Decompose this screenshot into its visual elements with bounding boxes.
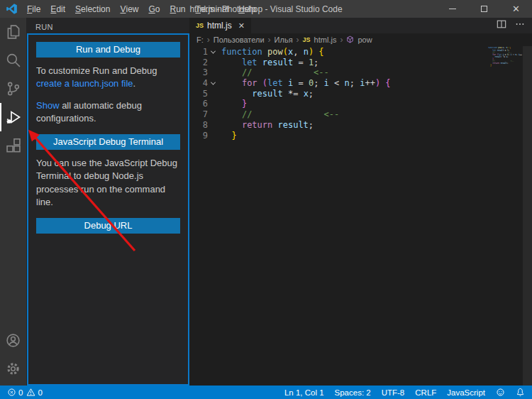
fold-spacer	[208, 131, 218, 141]
editor-scrollbar[interactable]	[523, 46, 532, 386]
line-number: 3	[189, 67, 208, 78]
window-controls: ✕	[436, 0, 532, 18]
breadcrumb-item[interactable]: Илья	[275, 35, 293, 44]
code-line[interactable]: 1function pow(x, n) {	[189, 47, 532, 58]
line-number: 4	[189, 78, 208, 89]
status-errors[interactable]: 0	[7, 388, 23, 397]
customize-text-suffix: .	[133, 78, 136, 89]
activity-source-control[interactable]	[0, 75, 26, 103]
explorer-icon	[6, 24, 21, 40]
activity-run-debug[interactable]	[0, 103, 26, 131]
code-text: }	[221, 131, 237, 141]
line-number: 2	[189, 58, 208, 68]
more-actions-icon[interactable]	[515, 19, 525, 32]
menu-edit[interactable]: Edit	[45, 0, 70, 18]
line-number: 7	[189, 109, 208, 120]
create-launch-json-link[interactable]: create a launch.json file	[36, 78, 133, 89]
breadcrumb-item[interactable]: html.js	[314, 35, 337, 44]
code-line[interactable]: 2 let result = 1;	[189, 58, 532, 68]
activity-explorer[interactable]	[0, 18, 26, 46]
line-number: 5	[189, 89, 208, 99]
bell-icon	[516, 388, 525, 397]
tab-close-icon[interactable]: ✕	[238, 21, 245, 31]
code-line[interactable]: 9 }	[189, 131, 532, 141]
fold-spacer	[208, 58, 218, 68]
activity-extensions[interactable]	[0, 131, 26, 160]
code-text: // <--	[221, 67, 329, 78]
status-bell-button[interactable]	[516, 388, 525, 397]
maximize-icon	[481, 6, 487, 12]
account-icon	[6, 333, 21, 348]
tab-label: html.js	[207, 21, 232, 31]
minimize-button[interactable]	[436, 0, 468, 18]
close-icon: ✕	[512, 4, 520, 13]
javascript-debug-terminal-button[interactable]: JavaScript Debug Terminal	[36, 134, 180, 150]
minimap[interactable]: function pow(x, n) { let result = 1; // …	[488, 47, 522, 91]
sidebar-title: RUN	[26, 18, 189, 33]
menu-run[interactable]: Run	[165, 0, 191, 18]
code-line[interactable]: 4 for (let i = 0; i < n; i++) {	[189, 78, 532, 89]
debug-url-button[interactable]: Debug URL	[36, 218, 180, 234]
menu-view[interactable]: View	[115, 0, 143, 18]
source-control-icon	[6, 81, 21, 97]
code-line[interactable]: 6 }	[189, 99, 532, 109]
extensions-icon	[6, 138, 21, 153]
status-crlf[interactable]: CRLF	[415, 388, 436, 397]
status-javascript[interactable]: JavaScript	[447, 388, 485, 397]
search-icon	[6, 53, 21, 68]
code-line[interactable]: 5 result *= x;	[189, 89, 532, 99]
run-and-debug-button[interactable]: Run and Debug	[36, 42, 180, 58]
menu-selection[interactable]: Selection	[70, 0, 115, 18]
breadcrumb-item[interactable]: Пользователи	[214, 35, 265, 44]
editor-actions	[497, 18, 532, 33]
status-utf-8[interactable]: UTF-8	[382, 388, 405, 397]
code-editor[interactable]: 1function pow(x, n) {2 let result = 1;3 …	[189, 46, 532, 386]
menu-file[interactable]: File	[22, 0, 45, 18]
status-ln-1-col-1[interactable]: Ln 1, Col 1	[284, 388, 324, 397]
activity-search[interactable]	[0, 46, 26, 75]
code-text: result *= x;	[221, 89, 314, 99]
close-button[interactable]: ✕	[500, 0, 532, 18]
activity-bar	[0, 18, 26, 386]
status-error-count: 0	[18, 388, 23, 397]
menu-go[interactable]: Go	[143, 0, 165, 18]
title-bar: FileEditSelectionViewGoRunTerminalHelp h…	[0, 0, 532, 18]
tab-bar: JS html.js ✕	[189, 18, 532, 33]
line-number: 9	[189, 131, 208, 141]
split-editor-icon[interactable]	[497, 19, 506, 32]
sidebar: RUN Run and Debug To customize Run and D…	[26, 18, 189, 386]
code-text: // <--	[221, 109, 339, 120]
line-number: 8	[189, 120, 208, 131]
status-spaces-2[interactable]: Spaces: 2	[335, 388, 371, 397]
status-bar: 00 Ln 1, Col 1Spaces: 2UTF-8CRLFJavaScri…	[0, 386, 532, 399]
activity-bar-top	[0, 18, 26, 160]
fold-spacer	[208, 109, 218, 120]
status-bar-left: 00	[7, 388, 43, 397]
code-text: }	[221, 99, 247, 109]
breadcrumb-item[interactable]: pow	[358, 35, 372, 44]
show-link[interactable]: Show	[36, 100, 60, 111]
customize-text-prefix: To customize Run and Debug	[36, 65, 157, 76]
fold-chevron-icon[interactable]	[208, 47, 218, 58]
workbench: RUN Run and Debug To customize Run and D…	[0, 18, 532, 386]
status-feedback-button[interactable]	[496, 388, 505, 397]
javascript-file-icon: JS	[196, 22, 204, 29]
code-line[interactable]: 8 return result;	[189, 120, 532, 131]
status-warnings[interactable]: 0	[26, 388, 42, 397]
status-warning-count: 0	[38, 388, 42, 397]
maximize-button[interactable]	[468, 0, 500, 18]
activity-settings[interactable]	[0, 354, 26, 383]
line-number: 1	[189, 47, 208, 58]
minimize-icon	[449, 9, 456, 9]
breadcrumb-item[interactable]: F:	[196, 35, 204, 44]
fold-chevron-icon[interactable]	[208, 78, 218, 89]
code-line[interactable]: 3 // <--	[189, 67, 532, 78]
code-line[interactable]: 7 // <--	[189, 109, 532, 120]
tab-htmljs[interactable]: JS html.js ✕	[189, 18, 251, 33]
fold-spacer	[208, 99, 218, 109]
run-and-debug-panel: Run and Debug To customize Run and Debug…	[27, 33, 189, 386]
activity-account[interactable]	[0, 326, 26, 354]
minimap-line: }	[488, 65, 522, 67]
run-debug-icon	[6, 109, 21, 125]
vscode-window: FileEditSelectionViewGoRunTerminalHelp h…	[0, 0, 532, 399]
